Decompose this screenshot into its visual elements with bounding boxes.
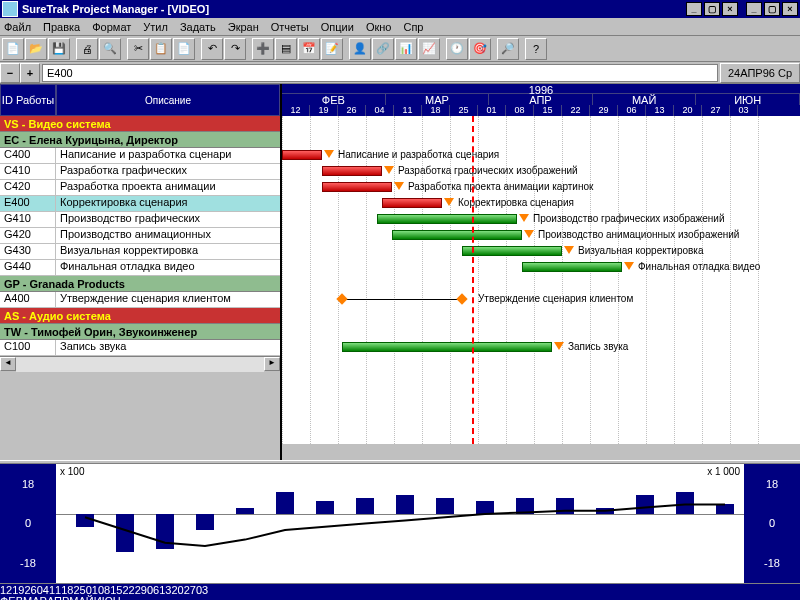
month-label: ФЕВ [282,94,386,105]
gantt-bar[interactable] [382,198,442,208]
task-table: ID Работы Описание VS - Видео системаEC … [0,84,282,460]
menu-format[interactable]: Формат [92,21,131,33]
gantt-bar[interactable] [342,342,552,352]
task-row[interactable]: C400Написание и разработка сценари [0,148,280,164]
child-maximize-button[interactable]: ▢ [764,2,780,16]
minus-button[interactable]: − [0,63,20,83]
gantt-chart[interactable]: Написание и разработка сценарияРазработк… [282,116,800,444]
time-header: 1996 ФЕВМАРАПРМАЙИЮН 1219260411182501081… [282,84,800,116]
task-desc: Утверждение сценария клиентом [56,292,280,307]
col-id-header[interactable]: ID Работы [0,84,56,116]
gantt-bar[interactable] [377,214,517,224]
task-row[interactable]: G420Производство анимационных [0,228,280,244]
gantt-bar[interactable] [322,166,382,176]
gantt-bar[interactable] [462,246,562,256]
save-icon[interactable]: 💾 [48,38,70,60]
day-label: 06 [147,584,159,595]
group-header[interactable]: EC - Елена Курицына, Директор [0,132,280,148]
open-icon[interactable]: 📂 [25,38,47,60]
group-header[interactable]: TW - Тимофей Орин, Звукоинженер [0,324,280,340]
menu-options[interactable]: Опции [321,21,354,33]
task-id: G410 [0,212,56,227]
id-input[interactable] [42,64,718,82]
resource-chart: 18 0 -18 x 100 x 1 000 18 0 -18 [0,464,800,584]
menu-window[interactable]: Окно [366,21,392,33]
gantt-label: Визуальная корректировка [578,245,703,256]
menu-screen[interactable]: Экран [228,21,259,33]
task-row[interactable]: G410Производство графических [0,212,280,228]
menu-edit[interactable]: Правка [43,21,80,33]
gantt-bar[interactable] [322,182,392,192]
window-title: SureTrak Project Manager - [VIDEO] [22,3,209,15]
menu-help[interactable]: Спр [403,21,423,33]
help-icon[interactable]: ? [525,38,547,60]
insert-icon[interactable]: ➕ [252,38,274,60]
day-label: 01 [478,105,506,116]
link-icon[interactable]: 🔗 [372,38,394,60]
id-row: − + 24АПР96 Ср [0,62,800,84]
day-label: 15 [534,105,562,116]
minimize-button[interactable]: _ [686,2,702,16]
new-icon[interactable]: 📄 [2,38,24,60]
child-close-button[interactable]: × [782,2,798,16]
task-row[interactable]: A400Утверждение сценария клиентом [0,292,280,308]
clock-icon[interactable]: 🕐 [446,38,468,60]
left-y-axis: 18 0 -18 [0,464,56,583]
task-row[interactable]: C100Запись звука [0,340,280,356]
gantt-label: Корректировка сценария [458,197,574,208]
menu-file[interactable]: Файл [4,21,31,33]
maximize-button[interactable]: ▢ [704,2,720,16]
gantt-bar[interactable] [392,230,522,240]
plus-button[interactable]: + [20,63,40,83]
gantt-icon[interactable]: 📈 [418,38,440,60]
preview-icon[interactable]: 🔍 [99,38,121,60]
close-button[interactable]: × [722,2,738,16]
undo-icon[interactable]: ↶ [201,38,223,60]
group-header[interactable]: AS - Аудио система [0,308,280,324]
task-id: C100 [0,340,56,355]
menu-bar: Файл Правка Формат Утил Задать Экран Отч… [0,18,800,36]
resource-icon[interactable]: 👤 [349,38,371,60]
target-icon[interactable]: 🎯 [469,38,491,60]
right-y-axis: 18 0 -18 [744,464,800,583]
gantt-bar[interactable] [282,150,322,160]
chart-icon[interactable]: 📊 [395,38,417,60]
gantt-bar[interactable] [522,262,622,272]
cut-icon[interactable]: ✂ [127,38,149,60]
zoom-icon[interactable]: 🔎 [497,38,519,60]
paste-icon[interactable]: 📄 [173,38,195,60]
left-scrollbar[interactable]: ◄► [0,356,280,372]
menu-util[interactable]: Утил [143,21,168,33]
task-id: C420 [0,180,56,195]
task-row[interactable]: C420Разработка проекта анимации [0,180,280,196]
task-row[interactable]: C410Разработка графических [0,164,280,180]
day-label: 27 [184,584,196,595]
task-row[interactable]: G430Визуальная корректировка [0,244,280,260]
gantt-pane: 1996 ФЕВМАРАПРМАЙИЮН 1219260411182501081… [282,84,800,460]
gantt-label: Финальная отладка видео [638,261,760,272]
time-footer: 1219260411182501081522290613202703 ФЕВМА… [0,584,800,600]
task-desc: Разработка проекта анимации [56,180,280,195]
task-icon[interactable]: ▤ [275,38,297,60]
col-desc-header[interactable]: Описание [56,84,280,116]
copy-icon[interactable]: 📋 [150,38,172,60]
task-desc: Запись звука [56,340,280,355]
chart-plot[interactable]: x 100 x 1 000 [56,464,744,583]
notes-icon[interactable]: 📝 [321,38,343,60]
child-minimize-button[interactable]: _ [746,2,762,16]
print-icon[interactable]: 🖨 [76,38,98,60]
calendar-icon[interactable]: 📅 [298,38,320,60]
month-label: ФЕВ [0,595,23,600]
group-header[interactable]: VS - Видео система [0,116,280,132]
task-row[interactable]: E400Корректировка сценария [0,196,280,212]
gantt-scrollbar[interactable] [282,444,800,460]
task-row[interactable]: G440Финальная отладка видео [0,260,280,276]
day-label: 08 [98,584,110,595]
day-label: 04 [366,105,394,116]
date-display: 24АПР96 Ср [720,63,800,83]
group-header[interactable]: GP - Granada Products [0,276,280,292]
menu-set[interactable]: Задать [180,21,216,33]
menu-reports[interactable]: Отчеты [271,21,309,33]
task-id: G430 [0,244,56,259]
redo-icon[interactable]: ↷ [224,38,246,60]
